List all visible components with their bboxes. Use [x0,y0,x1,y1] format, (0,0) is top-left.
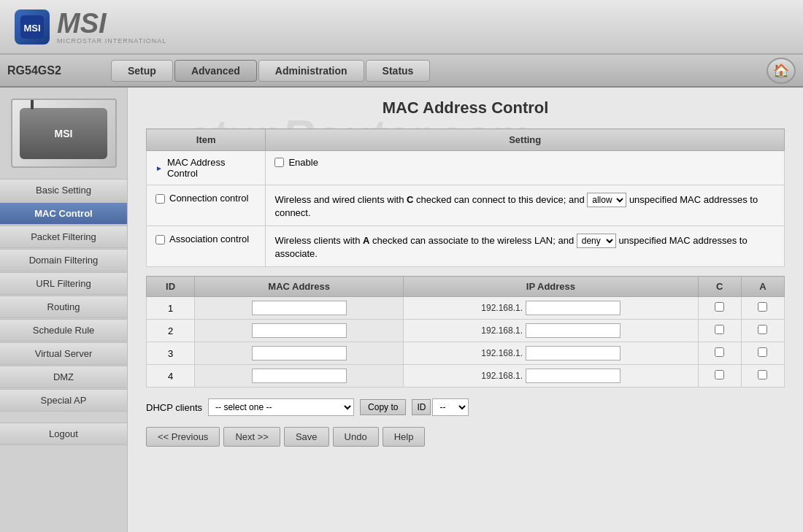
id-label: ID [412,399,431,415]
association-text-after: checked can associate to the wireless LA… [372,235,574,246]
entry-mac-cell-1 [195,297,404,320]
entry-ip-input-1[interactable] [526,301,620,315]
nav-bar: RG54GS2 Setup Advanced Administration St… [0,55,803,88]
logo-text-area: MSI MICROSTAR INTERNATIONAL [57,9,166,45]
entry-a-checkbox-3[interactable] [758,347,767,357]
mac-control-label: MAC Address Control [167,157,257,179]
association-text-before: Wireless clients with [274,235,360,246]
content-area: etupRouter.com MAC Address Control Item … [128,88,803,532]
sidebar: MSI Basic Setting MAC Control Packet Fil… [0,88,128,532]
entry-ip-cell-4: 192.168.1. [404,365,698,388]
entry-ip-cell-1: 192.168.1. [404,297,698,320]
table-row: 3 192.168.1. [147,342,785,365]
nav-administration[interactable]: Administration [258,60,364,82]
entry-ip-input-3[interactable] [526,346,620,361]
association-allow-deny-select[interactable]: allow deny [577,234,616,248]
entry-mac-cell-4 [195,365,404,388]
entry-a-cell-4 [741,365,784,388]
dhcp-clients-select[interactable]: -- select one -- [208,398,354,416]
id-select[interactable]: -- 1 2 3 4 [432,398,469,416]
entry-c-cell-4 [698,365,741,388]
entry-a-checkbox-1[interactable] [758,302,767,312]
table-row: 2 192.168.1. [147,320,785,342]
entry-id-4: 4 [147,365,195,388]
next-button[interactable]: Next >> [223,427,280,447]
nav-status[interactable]: Status [366,60,431,82]
enable-label: Enable [288,157,318,168]
association-control-checkbox[interactable] [155,235,165,244]
home-button[interactable]: 🏠 [766,58,796,84]
logout-button[interactable]: Logout [0,423,127,445]
ip-prefix-1: 192.168.1. [481,303,523,313]
sidebar-item-routing[interactable]: Routing [0,296,127,318]
entry-mac-input-3[interactable] [252,346,347,361]
entry-a-checkbox-2[interactable] [758,325,767,334]
sidebar-item-basic-setting[interactable]: Basic Setting [0,179,127,201]
undo-button[interactable]: Undo [333,427,379,447]
sidebar-item-domain-filtering[interactable]: Domain Filtering [0,249,127,271]
enable-row: Enable [274,157,775,168]
svg-text:MSI: MSI [23,23,40,34]
page-title: MAC Address Control [146,99,785,117]
col-header-setting: Setting [266,129,785,151]
entry-c-cell-1 [698,297,741,320]
sidebar-item-special-ap[interactable]: Special AP [0,389,127,412]
entry-mac-input-2[interactable] [252,323,347,338]
entry-ip-cell-3: 192.168.1. [404,342,698,365]
connection-control-label: Connection control [169,193,248,204]
entries-col-ip: IP Address [404,277,698,297]
ip-prefix-3: 192.168.1. [481,348,523,358]
device-name: RG54GS2 [7,64,95,77]
entry-id-1: 1 [147,297,195,320]
entry-mac-input-1[interactable] [252,301,347,315]
entry-c-checkbox-2[interactable] [715,325,724,334]
nav-setup[interactable]: Setup [111,60,173,82]
mac-label-cell: ► MAC Address Control [155,157,256,179]
connection-control-row: Connection control Wireless and wired cl… [147,185,785,226]
entry-ip-cell-2: 192.168.1. [404,320,698,342]
entry-c-checkbox-3[interactable] [715,347,724,357]
action-buttons: << Previous Next >> Save Undo Help [146,427,785,447]
association-control-label-cell: Association control [155,234,256,244]
save-button[interactable]: Save [284,427,329,447]
copy-to-button[interactable]: Copy to [360,399,406,415]
entry-a-cell-1 [741,297,784,320]
router-body: MSI [20,108,107,159]
entries-col-id: ID [147,277,195,297]
mac-entries-table: ID MAC Address IP Address C A 1 192.168.… [146,276,785,388]
entry-mac-input-4[interactable] [252,369,347,383]
connection-control-checkbox[interactable] [155,194,165,204]
entries-col-a: A [741,277,784,297]
previous-button[interactable]: << Previous [146,427,220,447]
mac-control-row: ► MAC Address Control Enable [147,151,785,185]
enable-checkbox[interactable] [274,158,284,167]
entries-col-c: C [698,277,741,297]
nav-advanced[interactable]: Advanced [174,60,257,82]
sidebar-item-mac-control[interactable]: MAC Control [0,202,127,225]
logo-msi: MSI [57,9,166,37]
logo-icon: MSI [15,9,50,45]
entry-a-cell-2 [741,320,784,342]
sidebar-item-schedule-rule[interactable]: Schedule Rule [0,319,127,342]
connection-allow-deny-select[interactable]: allow deny [587,193,626,207]
sidebar-item-virtual-server[interactable]: Virtual Server [0,342,127,365]
entry-ip-input-4[interactable] [526,369,620,383]
id-select-group: ID -- 1 2 3 4 [412,398,469,416]
entry-mac-cell-2 [195,320,404,342]
association-bold-a: A [363,235,369,246]
entry-ip-input-2[interactable] [526,323,620,338]
ip-prefix-4: 192.168.1. [481,371,523,381]
entry-c-checkbox-4[interactable] [715,370,724,379]
router-antenna [31,99,34,109]
sidebar-item-dmz[interactable]: DMZ [0,366,127,388]
connection-bold-c: C [407,194,413,205]
entries-col-mac: MAC Address [195,277,404,297]
help-button[interactable]: Help [383,427,426,447]
logo-area: MSI MSI MICROSTAR INTERNATIONAL [15,9,166,45]
entry-c-checkbox-1[interactable] [715,302,724,312]
connection-text-before: Wireless and wired clients with [274,194,404,205]
col-header-item: Item [147,129,266,151]
sidebar-item-packet-filtering[interactable]: Packet Filtering [0,225,127,248]
sidebar-item-url-filtering[interactable]: URL Filtering [0,272,127,295]
entry-a-checkbox-4[interactable] [758,370,767,379]
